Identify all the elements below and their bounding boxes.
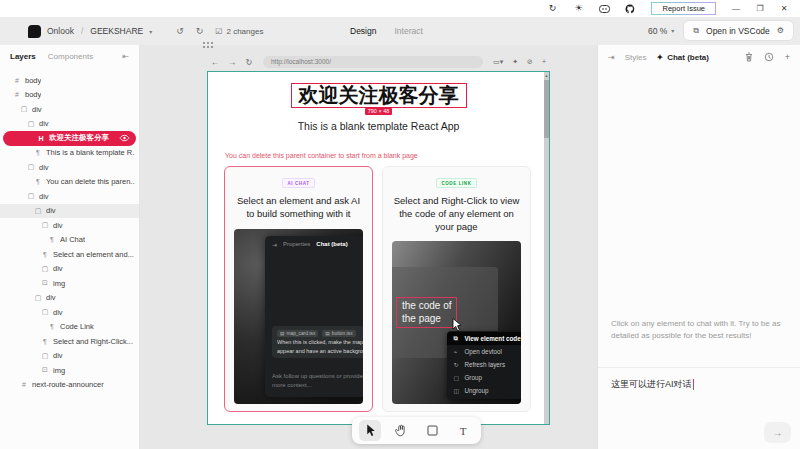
new-chat-icon[interactable]: + xyxy=(785,52,790,62)
tab-chat[interactable]: ✦ Chat (beta) xyxy=(657,53,709,62)
disable-interactions-icon[interactable]: ⊘ xyxy=(527,58,533,66)
selected-heading[interactable]: 欢迎关注极客分享 xyxy=(291,83,467,108)
redo-icon[interactable]: ↻ xyxy=(196,26,204,36)
chevron-down-icon[interactable]: ▾ xyxy=(149,28,152,35)
layer-row[interactable]: ▢div xyxy=(0,160,139,175)
layer-row[interactable]: ¶Select and Right-Click... xyxy=(0,334,139,349)
context-menu-item: ⌁Open devtool xyxy=(447,345,521,358)
layer-row[interactable]: ▢div xyxy=(0,204,139,219)
layer-row[interactable]: H欢迎关注极客分享 xyxy=(3,131,136,146)
layer-row[interactable]: ▢div xyxy=(0,262,139,277)
select-tool[interactable] xyxy=(359,420,381,441)
collapse-panel-icon[interactable]: ⇤ xyxy=(122,52,129,61)
layer-row[interactable]: ⊡img xyxy=(0,276,139,291)
layer-row[interactable]: ¶This is a blank template R... xyxy=(0,146,139,161)
arrow-right-icon: → xyxy=(773,427,783,438)
layer-row[interactable]: #body xyxy=(0,88,139,103)
text-icon: ¶ xyxy=(34,178,42,185)
report-issue-button[interactable]: Report Issue xyxy=(651,2,716,15)
external-link-icon: ⧉ xyxy=(453,335,460,342)
layer-row[interactable]: ¶Code Link xyxy=(0,320,139,335)
layer-label: div xyxy=(39,192,49,201)
code-link-card[interactable]: CODE LINK Select and Right-Click to view… xyxy=(382,166,531,412)
gear-icon[interactable]: ⚙ xyxy=(777,26,784,35)
frame-drag-handle-icon[interactable] xyxy=(202,41,214,49)
layer-row[interactable]: ▢div xyxy=(0,102,139,117)
context-menu-item: ▢Group xyxy=(447,371,521,384)
add-frame-icon[interactable]: + xyxy=(542,58,546,65)
frame-scrollbar[interactable]: ▲ xyxy=(544,72,549,424)
layer-row[interactable]: #body xyxy=(0,73,139,88)
layer-label: Select an element and... xyxy=(53,250,134,259)
layer-row[interactable]: ⊡img xyxy=(0,363,139,378)
layer-row[interactable]: ▢div xyxy=(0,305,139,320)
reload-icon[interactable]: ↻ xyxy=(241,57,257,67)
minimize-button[interactable]: — xyxy=(724,0,748,17)
layer-row[interactable]: ▢div xyxy=(0,117,139,132)
trash-icon[interactable] xyxy=(745,52,753,62)
text-icon: ¶ xyxy=(48,236,56,243)
box-icon: ▢ xyxy=(27,120,35,128)
insert-text-tool[interactable]: T xyxy=(452,420,474,441)
shot-selected-text: the code of the page xyxy=(396,297,457,328)
layer-row[interactable]: ▢div xyxy=(0,349,139,364)
theme-icon[interactable]: ☀ xyxy=(565,0,591,17)
close-button[interactable]: ✕ xyxy=(772,0,796,17)
history-icon[interactable] xyxy=(764,52,774,62)
tab-components[interactable]: Components xyxy=(48,52,93,61)
canvas-toolbar: T xyxy=(352,417,481,444)
layer-row[interactable]: ▢div xyxy=(0,218,139,233)
maximize-button[interactable]: ❐ xyxy=(748,0,772,17)
chat-input[interactable]: 这里可以进行AI对话 xyxy=(611,378,791,391)
ai-chat-screenshot: ⇥ Properties Chat (beta) + ▤map_card.tsx… xyxy=(234,229,363,404)
back-icon[interactable]: ← xyxy=(207,57,223,67)
layer-row[interactable]: ¶AI Chat xyxy=(0,233,139,248)
url-input[interactable]: http://localhost:3000/ xyxy=(263,56,483,68)
layer-label: body xyxy=(25,76,41,85)
pan-tool[interactable] xyxy=(390,420,412,441)
file-chip: ▤map_card.tsx xyxy=(277,330,318,337)
layer-label: next-route-announcer xyxy=(32,380,104,389)
insert-div-tool[interactable] xyxy=(421,420,443,441)
tab-styles[interactable]: Styles xyxy=(625,53,647,62)
box-icon: ▢ xyxy=(41,308,49,316)
ai-chat-card[interactable]: AI CHAT Select an element and ask AI to … xyxy=(224,166,373,412)
layer-row[interactable]: ¶Select an element and... xyxy=(0,247,139,262)
chat-panel: ⇥ Styles ✦ Chat (beta) + Click on any el… xyxy=(597,45,800,449)
code-link-card-title: Select and Right-Click to view the code … xyxy=(392,195,521,233)
layer-row[interactable]: #next-route-announcer xyxy=(0,378,139,393)
theme-toggle-icon[interactable]: ✦ xyxy=(512,58,518,66)
project-name[interactable]: GEEKSHARE xyxy=(90,26,143,36)
open-in-vscode-button[interactable]: ⧉ Open in VSCode ⚙ xyxy=(683,20,794,41)
layer-row[interactable]: ▢div xyxy=(0,291,139,306)
zoom-control[interactable]: 60 % ▾ xyxy=(648,26,674,36)
context-menu-item: ↻Refresh layers xyxy=(447,358,521,371)
delete-hint-text[interactable]: You can delete this parent container to … xyxy=(225,152,418,159)
tab-interact[interactable]: Interact xyxy=(392,17,424,45)
layers-panel: Layers Components ⇤ #body#body▢div▢divH欢… xyxy=(0,45,140,449)
collapse-panel-icon[interactable]: ⇥ xyxy=(608,53,615,62)
layer-label: div xyxy=(53,264,63,273)
eye-icon[interactable] xyxy=(119,134,130,142)
tab-layers[interactable]: Layers xyxy=(10,52,36,61)
layer-row[interactable]: ¶You can delete this paren... xyxy=(0,175,139,190)
changes-status[interactable]: ☑ 2 changes xyxy=(215,27,263,36)
text-caret xyxy=(693,379,695,390)
text-icon: ¶ xyxy=(41,338,49,345)
group-icon: ▢ xyxy=(453,374,460,381)
discord-icon[interactable] xyxy=(591,0,617,17)
forward-icon[interactable]: → xyxy=(224,57,240,67)
undo-icon[interactable]: ↺ xyxy=(176,26,184,36)
hash-icon: # xyxy=(13,77,21,84)
tab-design[interactable]: Design xyxy=(348,17,378,45)
onlook-logo-icon[interactable] xyxy=(28,25,41,38)
reload-app-icon[interactable]: ↻ xyxy=(539,0,565,17)
vscode-icon: ⧉ xyxy=(693,26,699,36)
layer-row[interactable]: ▢div xyxy=(0,189,139,204)
frame-subtitle[interactable]: This is a blank template React App xyxy=(208,120,549,132)
preview-frame[interactable]: 欢迎关注极客分享 790 × 48 This is a blank templa… xyxy=(207,71,550,425)
box-icon: ▢ xyxy=(41,265,49,273)
send-message-button[interactable]: → xyxy=(764,422,791,443)
github-icon[interactable] xyxy=(617,0,643,17)
device-select-icon[interactable]: ▭▾ xyxy=(493,58,503,66)
